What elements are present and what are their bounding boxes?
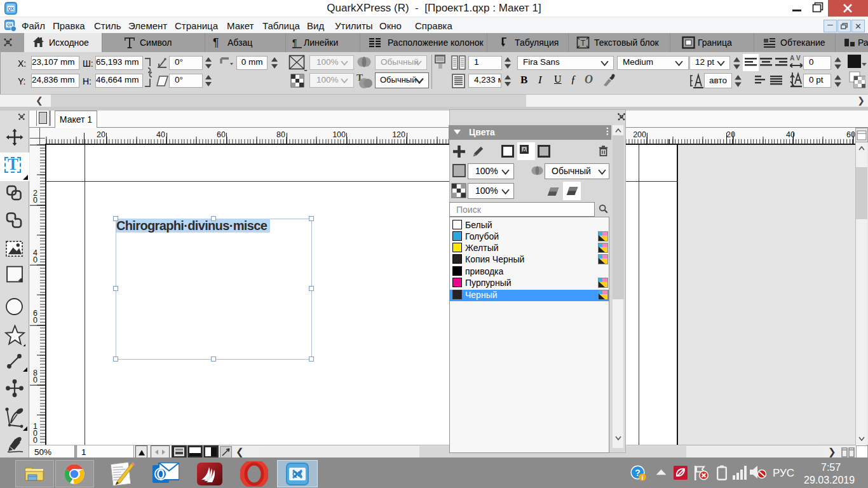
svg-text:i: i xyxy=(642,474,644,481)
svg-text:A: A xyxy=(790,55,794,62)
svg-text:QX: QX xyxy=(292,470,303,478)
svg-text:QX: QX xyxy=(7,23,12,27)
svg-text:T: T xyxy=(581,39,586,48)
svg-text:¶: ¶ xyxy=(292,37,297,48)
svg-text:¶: ¶ xyxy=(213,37,219,49)
svg-text:V: V xyxy=(796,55,801,62)
